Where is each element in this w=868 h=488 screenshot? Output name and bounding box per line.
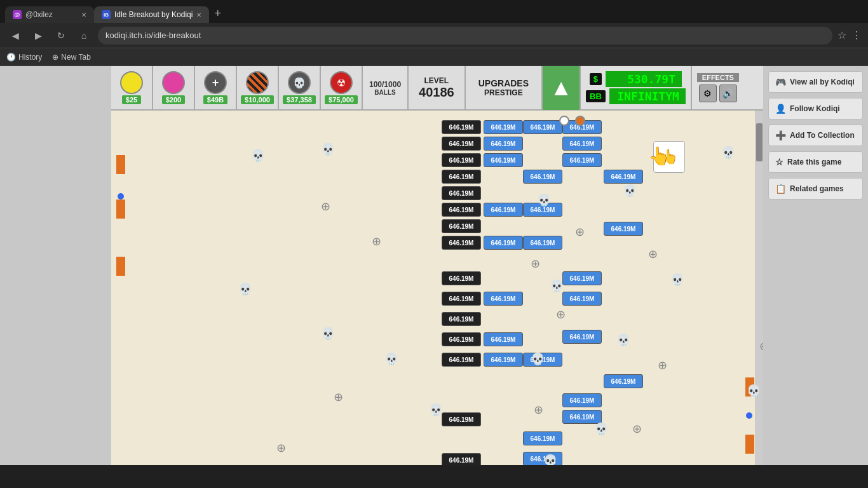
block-14: 646.19M xyxy=(442,203,481,217)
block-37: 646.19M xyxy=(442,412,481,426)
plus-8: ⊕ xyxy=(556,308,566,322)
ball-slot-1[interactable]: $200 xyxy=(153,66,195,109)
related-games-label: Related games xyxy=(790,184,844,193)
plus-1: ⊕ xyxy=(321,200,330,214)
upgrades-label: UPGRADES xyxy=(478,78,529,88)
add-collection-icon: ➕ xyxy=(775,130,786,140)
upgrade-arrow-button[interactable]: ▲ xyxy=(543,66,581,110)
block-34: 646.19M xyxy=(604,374,643,388)
follow-icon: 👤 xyxy=(775,104,786,114)
block-13: 646.19M xyxy=(442,186,481,200)
money-value: 530.79T xyxy=(606,71,682,87)
ball-slot-2[interactable]: + $49B xyxy=(195,66,237,109)
rate-game-label: Rate this game xyxy=(787,158,841,166)
ball-price-4: $37,358 xyxy=(283,95,316,104)
ball-price-2: $49B xyxy=(203,95,227,104)
balls-label: BALLS xyxy=(374,89,395,96)
skull-13: 💀 xyxy=(531,352,545,366)
block-11: 646.19M xyxy=(523,170,562,184)
home-button[interactable]: ⌂ xyxy=(75,27,93,44)
follow-button[interactable]: 👤 Follow Kodiqi xyxy=(768,98,863,119)
money-infinity-value: INFINITYM xyxy=(609,88,686,104)
related-games-button[interactable]: 📋 Related games xyxy=(768,178,863,200)
ball-circle-3 xyxy=(246,71,269,94)
plus-15: ⊕ xyxy=(648,247,658,261)
effects-settings-button[interactable]: ⚙ xyxy=(699,85,717,102)
tab-close-idle-breakout[interactable]: ✕ xyxy=(196,11,201,18)
bookmark-newtab[interactable]: ⊕ New Tab xyxy=(52,53,90,62)
block-39: 646.19M xyxy=(442,453,481,465)
block-35: 646.19M xyxy=(562,393,602,407)
popup-hand-icon: 👆 xyxy=(661,149,678,165)
prestige-label: PRESTIGE xyxy=(484,88,523,97)
bookmarks-bar: 🕐 History ⊕ New Tab xyxy=(0,48,868,66)
forward-button[interactable]: ▶ xyxy=(29,27,47,44)
view-all-button[interactable]: 🎮 View all by Kodiqi xyxy=(768,71,863,93)
game-field[interactable]: 646.19M646.19M646.19M646.19M646.19M646.1… xyxy=(111,111,763,465)
reload-button[interactable]: ↻ xyxy=(52,27,70,44)
money-box: $ 530.79T BB INFINITYM xyxy=(581,66,692,109)
skull-15: 💀 xyxy=(543,454,557,465)
upgrades-box[interactable]: UPGRADES PRESTIGE xyxy=(466,66,543,109)
plus-2: ⊕ xyxy=(372,234,381,248)
new-tab-button[interactable]: + xyxy=(209,4,226,23)
related-games-icon: 📋 xyxy=(775,184,786,194)
view-all-icon: 🎮 xyxy=(775,77,786,87)
skull-21: 💀 xyxy=(721,146,735,159)
block-31: 646.19M xyxy=(442,353,481,367)
ball-slot-4[interactable]: 💀 $37,358 xyxy=(279,66,321,109)
block-0: 646.19M xyxy=(442,120,481,134)
block-12: 646.19M xyxy=(604,170,643,184)
ball-circle-2: + xyxy=(204,71,227,94)
add-collection-button[interactable]: ➕ Add To Collection xyxy=(768,125,863,146)
scroll-thumb[interactable] xyxy=(756,123,763,161)
left-blue-dot xyxy=(118,193,124,200)
tab-close-0xilez[interactable]: ✕ xyxy=(81,11,86,18)
tab-0xilez[interactable]: @ @0xilez ✕ xyxy=(5,6,94,23)
skull-10: 💀 xyxy=(537,193,551,207)
game-ball-orange xyxy=(575,116,585,126)
effects-sound-button[interactable]: 🔊 xyxy=(719,85,737,102)
effects-icons: ⚙ 🔊 xyxy=(699,85,737,102)
game-ball-white xyxy=(559,116,569,126)
right-sidebar: 🎮 View all by Kodiqi 👤 Follow Kodiqi ➕ A… xyxy=(763,66,868,465)
history-icon: 🕐 xyxy=(6,53,16,62)
ball-slot-5[interactable]: ☢ $75,000 xyxy=(321,66,363,109)
block-27: 646.19M xyxy=(442,312,481,326)
bookmark-button[interactable]: ☆ xyxy=(837,29,846,41)
arrow-icon: ▲ xyxy=(550,74,573,101)
skull-8: 💀 xyxy=(429,403,443,417)
skull-14: 💀 xyxy=(616,333,630,347)
block-28: 646.19M xyxy=(442,332,481,346)
ball-price-5: $75,000 xyxy=(325,95,358,104)
follow-label: Follow Kodiqi xyxy=(790,104,840,113)
address-input[interactable] xyxy=(98,27,832,44)
plus-12: ⊕ xyxy=(759,339,763,353)
tab-idle-breakout[interactable]: IB Idle Breakout by Kodiqi ✕ xyxy=(94,6,209,23)
rate-game-button[interactable]: ☆ Rate this game xyxy=(768,151,863,173)
skull-4: 💀 xyxy=(321,327,335,341)
block-25: 646.19M xyxy=(484,292,523,306)
block-30: 646.19M xyxy=(562,330,602,344)
block-15: 646.19M xyxy=(484,203,523,217)
scrollbar-right[interactable] xyxy=(756,111,763,465)
block-17: 646.19M xyxy=(442,219,481,233)
menu-button[interactable]: ⋮ xyxy=(851,29,862,41)
block-2: 646.19M xyxy=(523,120,562,134)
plus-14: ⊕ xyxy=(658,358,667,372)
block-5: 646.19M xyxy=(484,137,523,151)
ball-slot-0[interactable]: $25 xyxy=(111,66,153,109)
tab-bar: @ @0xilez ✕ IB Idle Breakout by Kodiqi ✕… xyxy=(0,0,868,23)
skull-5: 💀 xyxy=(384,352,398,366)
ball-slot-3[interactable]: $10,000 xyxy=(237,66,279,109)
skull-3: 💀 xyxy=(238,282,252,296)
balls-counter: 100/1000 BALLS xyxy=(363,66,409,109)
back-button[interactable]: ◀ xyxy=(6,27,24,44)
rate-game-icon: ☆ xyxy=(775,157,783,167)
bookmark-history[interactable]: 🕐 History xyxy=(6,53,42,62)
balls-count-value: 100/1000 xyxy=(369,80,401,89)
block-24: 646.19M xyxy=(442,292,481,306)
plus-10: ⊕ xyxy=(632,422,642,436)
effects-label: EFFECTS xyxy=(697,73,739,82)
block-18: 646.19M xyxy=(604,222,643,236)
